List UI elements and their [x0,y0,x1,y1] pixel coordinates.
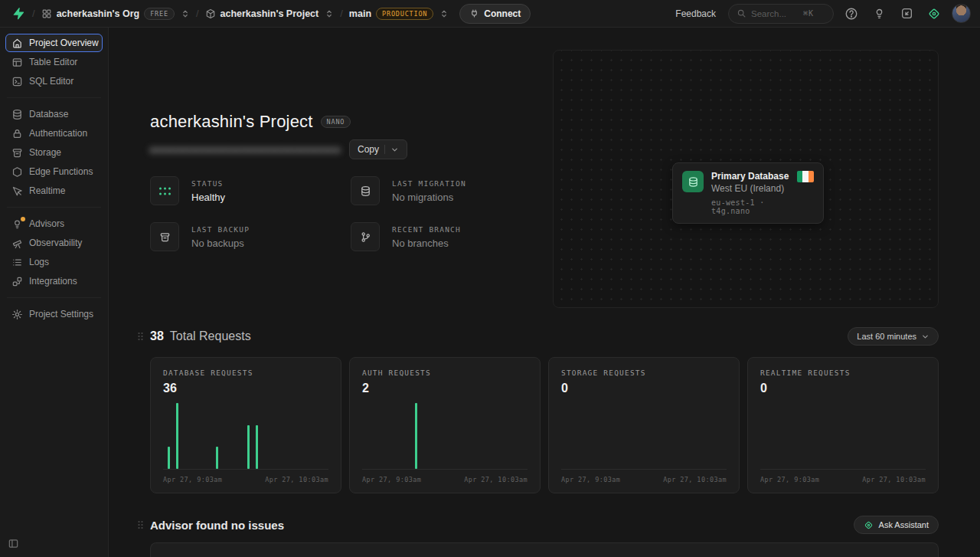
status-card-label: LAST MIGRATION [392,179,466,188]
project-hero: acherkashin's Project NANO ●●●●●●●●●●●●●… [150,28,564,251]
status-card-value: No branches [392,238,461,249]
requests-section: 38 Total Requests Last 60 minutes DATABA… [150,326,939,493]
charts-row: DATABASE REQUESTS36Apr 27, 9:03amApr 27,… [150,357,939,493]
sidebar-item-advisors[interactable]: Advisors [5,215,103,233]
telescope-icon [11,238,23,249]
sidebar-item-label: Database [29,109,68,120]
sidebar-item-label: Authentication [29,128,87,139]
sidebar-item-integrations[interactable]: Integrations [5,272,103,290]
sidebar-item-label: Realtime [29,185,65,196]
chart-x-axis-labels: Apr 27, 9:03amApr 27, 10:03am [561,476,727,483]
sidebar-item-observability[interactable]: Observability [5,234,103,252]
command-menu-icon[interactable] [897,4,916,24]
chart-card-auth-requests: AUTH REQUESTS2Apr 27, 9:03amApr 27, 10:0… [349,357,541,493]
status-card-recent-branch: RECENT BRANCHNo branches [351,222,551,251]
sidebar-item-label: Logs [29,257,49,267]
sql-icon [11,76,23,87]
notification-dot [21,217,25,221]
x-axis-start-label: Apr 27, 9:03am [362,476,421,483]
sidebar-item-authentication[interactable]: Authentication [5,124,103,143]
search-input[interactable] [751,9,799,18]
connect-button[interactable]: Connect [459,4,531,24]
chart-total-value: 0 [561,382,727,395]
dots-grid-icon [150,176,179,205]
sidebar-item-label: Edge Functions [29,166,93,177]
search-shortcut: ⌘K [803,9,814,18]
primary-database-info: Primary Database West EU (Ireland) eu-we… [711,171,789,215]
sidebar-item-storage[interactable]: Storage [5,143,103,162]
chart-x-axis-labels: Apr 27, 9:03amApr 27, 10:03am [760,476,926,483]
hints-lightbulb-icon[interactable] [869,4,889,24]
breadcrumb-separator: / [340,8,343,19]
breadcrumb-org[interactable]: acherkashin's Org FREE [41,8,175,20]
blocks-icon [11,276,23,287]
sidebar-divider [7,297,101,298]
plug-icon [469,8,479,18]
ireland-flag-icon [797,171,814,182]
drag-handle-icon[interactable] [136,519,145,530]
chart-card-storage-requests: STORAGE REQUESTS0Apr 27, 9:03amApr 27, 1… [548,357,740,493]
chart-bar [256,425,258,469]
copy-button[interactable]: Copy [349,139,407,159]
sidebar-item-edge-functions[interactable]: Edge Functions [5,162,103,181]
advisor-heading: Advisor found no issues [150,519,284,532]
time-range-dropdown[interactable]: Last 60 minutes [848,327,939,346]
sidebar-item-label: Project Overview [29,38,99,48]
sidebar-item-table-editor[interactable]: Table Editor [5,53,103,71]
chart-title: REALTIME REQUESTS [760,369,926,377]
archive-icon [11,147,23,159]
feedback-button[interactable]: Feedback [671,5,720,22]
chart-bar [168,447,170,469]
sidebar-item-project-settings[interactable]: Project Settings [5,305,103,323]
chart-total-value: 2 [362,382,528,395]
x-axis-end-label: Apr 27, 10:03am [464,476,528,483]
primary-database-title: Primary Database [711,171,789,182]
database-icon [11,109,23,120]
x-axis-end-label: Apr 27, 10:03am [265,476,328,483]
avatar[interactable] [952,4,971,23]
x-axis-start-label: Apr 27, 9:03am [561,476,620,483]
database-icon [351,176,380,205]
sidebar-item-sql-editor[interactable]: SQL Editor [5,72,103,90]
branch-label: main [349,8,371,19]
sidebar-item-project-overview[interactable]: Project Overview [5,34,103,52]
status-card-status: STATUSHealthy [150,176,351,205]
chart-total-value: 36 [163,382,328,395]
sidebar-item-label: Advisors [29,218,64,229]
ask-assistant-button[interactable]: Ask Assistant [854,516,939,534]
pointer-icon [11,185,23,197]
branch-switcher-chevrons-icon[interactable] [439,9,449,18]
main-content: Primary Database West EU (Ireland) eu-we… [109,28,980,557]
sidebar-divider [7,207,101,208]
sidebar-item-logs[interactable]: Logs [5,253,103,271]
collapse-sidebar-icon[interactable] [8,538,19,549]
status-card-label: STATUS [191,179,225,188]
breadcrumb-project[interactable]: acherkashin's Project [205,8,319,19]
breadcrumb-branch[interactable]: main PRODUCTION [349,8,433,20]
x-axis-start-label: Apr 27, 9:03am [760,476,819,483]
project-switcher-chevrons-icon[interactable] [325,9,334,18]
primary-database-card[interactable]: Primary Database West EU (Ireland) eu-we… [672,162,824,224]
drag-handle-icon[interactable] [136,331,145,342]
sidebar-item-database[interactable]: Database [5,105,103,123]
supabase-logo[interactable] [9,5,26,22]
project-icon [205,8,216,19]
help-icon[interactable] [841,4,861,24]
chart-total-value: 0 [760,382,926,395]
sidebar-item-realtime[interactable]: Realtime [5,182,103,200]
header-actions: Feedback ⌘K [671,4,971,24]
status-card-last-backup: LAST BACKUPNo backups [150,222,351,251]
org-switcher-chevrons-icon[interactable] [181,9,190,18]
search-input-wrapper[interactable]: ⌘K [728,4,834,24]
sidebar-item-label: Storage [29,147,61,158]
status-card-text: RECENT BRANCHNo branches [392,225,461,249]
home-icon [11,38,23,49]
chart-bar [216,447,218,469]
archive-box-icon [150,222,179,251]
list-icon [11,257,23,268]
status-card-value: Healthy [191,192,225,203]
sidebar-divider [7,97,101,98]
total-requests-count: 38 [150,329,164,343]
chart-plot [561,403,727,470]
assistant-icon[interactable] [924,4,944,24]
